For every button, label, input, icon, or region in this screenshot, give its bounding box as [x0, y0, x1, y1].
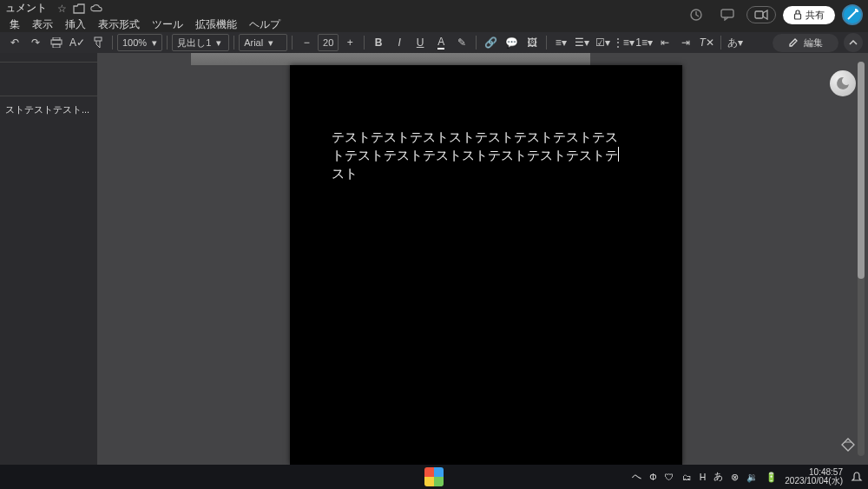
bold-button[interactable]: B: [369, 34, 388, 51]
tray-h-icon[interactable]: H: [700, 472, 707, 482]
tray-overflow-icon[interactable]: へ: [632, 471, 641, 483]
star-icon[interactable]: ☆: [56, 3, 68, 15]
document-body-text[interactable]: テストテストテストストテストテストテストテス トテストテストテストストテストテス…: [290, 65, 682, 182]
main-area: ストテストテスト... テストテストテストストテストテストテストテス トテストテ…: [0, 53, 868, 465]
linespacing-button[interactable]: ☰▾: [572, 34, 591, 51]
svg-rect-2: [755, 11, 763, 18]
folder-move-icon[interactable]: [73, 3, 85, 15]
fontsize-field[interactable]: 20: [318, 34, 339, 51]
user-avatar[interactable]: [842, 4, 863, 25]
fontsize-minus[interactable]: −: [297, 34, 316, 51]
titlebar-right: 共有: [684, 0, 863, 30]
fontsize-plus[interactable]: +: [340, 34, 359, 51]
clearformat-button[interactable]: T✕: [697, 34, 716, 51]
chevron-down-icon: ▾: [152, 37, 157, 49]
bulletlist-button[interactable]: ⋮≡▾: [614, 34, 633, 51]
clock-date: 2023/10/04(水): [785, 477, 843, 486]
editmode-button[interactable]: 編集: [773, 34, 838, 52]
undo-button[interactable]: ↶: [5, 34, 24, 51]
style-dropdown[interactable]: 見出し1▾: [172, 34, 229, 51]
highlight-button[interactable]: ✎: [452, 34, 471, 51]
menu-tools[interactable]: ツール: [146, 17, 189, 33]
outline-sidebar: ストテストテスト...: [0, 53, 97, 465]
align-button[interactable]: ≡▾: [551, 34, 570, 51]
document-title[interactable]: ュメント: [5, 1, 47, 16]
tray-drive-icon[interactable]: 🗂: [682, 472, 692, 482]
indent-inc-button[interactable]: ⇥: [676, 34, 695, 51]
svg-rect-3: [795, 14, 801, 19]
tray-battery-icon[interactable]: 🔋: [766, 472, 777, 483]
underline-button[interactable]: U: [411, 34, 430, 51]
indent-dec-button[interactable]: ⇤: [655, 34, 674, 51]
menu-edit[interactable]: 集: [3, 17, 26, 33]
comments-icon[interactable]: [715, 6, 740, 23]
pencil-icon: [788, 37, 799, 48]
chevron-down-icon: ▾: [268, 37, 273, 49]
notifications-icon[interactable]: [851, 471, 863, 483]
taskbar-center: [424, 467, 444, 486]
cloud-status-icon[interactable]: [90, 3, 102, 15]
format-toolbar: ↶ ↷ A✓ 100%▾ 見出し1▾ Arial▾ − 20 + B I U A…: [0, 32, 868, 53]
document-viewport[interactable]: テストテストテストストテストテストテストテス トテストテストテストストテストテス…: [97, 53, 868, 465]
font-dropdown[interactable]: Arial▾: [239, 34, 287, 51]
italic-button[interactable]: I: [390, 34, 409, 51]
vertical-scrollbar[interactable]: [858, 62, 865, 456]
tray-network-icon[interactable]: ⊗: [731, 472, 739, 482]
start-button[interactable]: [424, 467, 444, 486]
menu-format[interactable]: 表示形式: [92, 17, 146, 33]
paintformat-button[interactable]: [89, 34, 108, 51]
svg-rect-6: [53, 44, 60, 48]
spellcheck-button[interactable]: A✓: [68, 34, 87, 51]
text-cursor: [618, 147, 619, 162]
inputtools-button[interactable]: あ▾: [726, 34, 745, 51]
lock-icon: [793, 10, 802, 20]
document-page[interactable]: テストテストテストストテストテストテストテス トテストテストテストストテストテス…: [290, 65, 682, 465]
meet-icon[interactable]: [746, 6, 776, 23]
comment-button[interactable]: 💬: [502, 34, 521, 51]
svg-rect-7: [95, 37, 102, 41]
menu-view[interactable]: 表示: [26, 17, 59, 33]
checklist-button[interactable]: ☑▾: [593, 34, 612, 51]
menu-ext[interactable]: 拡張機能: [189, 17, 243, 33]
moon-icon: [835, 76, 851, 91]
share-button[interactable]: 共有: [783, 6, 835, 24]
chevron-up-icon: [849, 40, 858, 45]
link-button[interactable]: 🔗: [481, 34, 500, 51]
redo-button[interactable]: ↷: [26, 34, 45, 51]
zoom-dropdown[interactable]: 100%▾: [117, 34, 162, 51]
chevron-down-icon: ▾: [216, 37, 221, 49]
explore-button[interactable]: [840, 437, 856, 453]
windows-taskbar: へ Φ 🛡 🗂 H あ ⊗ 🔉 🔋 10:48:57 2023/10/04(水): [0, 465, 868, 489]
tray-volume-icon[interactable]: 🔉: [746, 472, 758, 483]
collapse-toolbar-button[interactable]: [844, 33, 863, 52]
sidebar-summary-slot[interactable]: [0, 62, 97, 96]
tray-ime-icon[interactable]: あ: [713, 471, 723, 483]
svg-rect-1: [721, 10, 733, 17]
diamond-icon: [840, 437, 856, 453]
menu-help[interactable]: ヘルプ: [243, 17, 286, 33]
scrollbar-thumb[interactable]: [858, 62, 865, 279]
history-icon[interactable]: [684, 6, 708, 23]
toolbar-right: 編集: [773, 33, 863, 52]
textcolor-button[interactable]: A: [431, 34, 450, 51]
menu-insert[interactable]: 挿入: [59, 17, 92, 33]
print-button[interactable]: [47, 34, 66, 51]
night-mode-button[interactable]: [830, 70, 856, 96]
horizontal-ruler[interactable]: [191, 53, 590, 65]
taskbar-clock[interactable]: 10:48:57 2023/10/04(水): [785, 468, 843, 486]
numberlist-button[interactable]: 1≡▾: [635, 34, 654, 51]
share-label: 共有: [806, 9, 825, 22]
image-button[interactable]: 🖼: [523, 34, 542, 51]
tray-devices-icon[interactable]: Φ: [649, 472, 656, 482]
outline-item[interactable]: ストテストテスト...: [0, 96, 97, 123]
tray-security-icon[interactable]: 🛡: [665, 472, 674, 482]
system-tray: へ Φ 🛡 🗂 H あ ⊗ 🔉 🔋 10:48:57 2023/10/04(水): [632, 468, 863, 486]
svg-rect-5: [51, 40, 62, 44]
